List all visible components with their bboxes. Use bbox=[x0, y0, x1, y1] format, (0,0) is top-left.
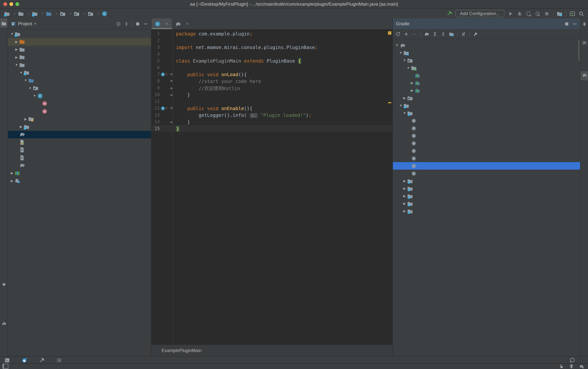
chevron-expanded-icon[interactable]: ▼ bbox=[10, 32, 15, 36]
bottom-tab-terminal[interactable] bbox=[5, 358, 12, 363]
fold-start-icon[interactable] bbox=[170, 107, 173, 109]
chevron-collapsed-icon[interactable]: ▶ bbox=[402, 186, 407, 190]
bottom-tab-luacheck[interactable] bbox=[22, 358, 29, 363]
settings-gear-icon[interactable] bbox=[135, 21, 140, 26]
editor-breadcrumb-item[interactable]: ExamplePluginMain bbox=[162, 348, 201, 353]
code-line-13[interactable]: 13 getLogger().info( s: "Plugin loaded!"… bbox=[151, 112, 392, 118]
project-panel-title[interactable]: Project bbox=[18, 21, 32, 26]
gradle-panel-title[interactable]: Gradle bbox=[396, 21, 409, 26]
fold-end-icon[interactable] bbox=[170, 94, 173, 96]
settings-gear-icon[interactable] bbox=[564, 21, 569, 26]
breadcrumb-item-example[interactable] bbox=[73, 11, 81, 16]
cloud-icon[interactable]: ? bbox=[579, 364, 584, 369]
tree-item-kotlin[interactable]: ▼ bbox=[8, 77, 151, 84]
tree-item-com-example-plugin[interactable]: ▼ bbox=[8, 84, 151, 92]
tree-item-build-gradle[interactable] bbox=[8, 131, 151, 138]
collapse-all-icon[interactable] bbox=[124, 21, 129, 26]
collapse-all-icon[interactable] bbox=[441, 31, 446, 36]
tree-item-source-sets[interactable]: ▼ bbox=[393, 49, 580, 57]
bottom-tab-build[interactable] bbox=[39, 358, 47, 363]
breadcrumb-item-kotlin[interactable] bbox=[46, 11, 53, 16]
tree-item-idea[interactable]: ▶ bbox=[8, 46, 151, 53]
tree-item-builddependents[interactable] bbox=[393, 132, 580, 139]
toolwindow-toggle-icon[interactable] bbox=[3, 364, 8, 369]
chevron-expanded-icon[interactable]: ▼ bbox=[402, 58, 407, 62]
chevron-expanded-icon[interactable]: ▼ bbox=[28, 86, 33, 90]
tree-item-onenable-void[interactable]: m bbox=[8, 100, 151, 107]
overrides-method-icon[interactable]: o↑ bbox=[161, 106, 168, 110]
coverage-icon[interactable] bbox=[526, 11, 531, 16]
tree-item-main[interactable]: ▼ bbox=[393, 57, 580, 64]
code-line-7[interactable]: 7o↑ public void onLoad(){ bbox=[151, 71, 392, 78]
tree-item-gradle-properties[interactable] bbox=[8, 138, 151, 146]
tree-item-classes[interactable] bbox=[393, 147, 580, 154]
debug-icon[interactable] bbox=[517, 11, 522, 16]
chevron-expanded-icon[interactable]: ▼ bbox=[402, 111, 407, 115]
add-configuration-button[interactable]: Add Configuration... bbox=[455, 10, 504, 17]
locate-icon[interactable] bbox=[116, 21, 121, 26]
breadcrumb-item-com[interactable] bbox=[60, 11, 67, 16]
gradle-scrollbar[interactable] bbox=[578, 40, 580, 61]
fold-end-icon[interactable] bbox=[170, 121, 173, 123]
chevron-expanded-icon[interactable]: ▼ bbox=[406, 66, 411, 70]
tree-item-external-libraries[interactable]: ▶ bbox=[8, 169, 151, 177]
chevron-expanded-icon[interactable]: ▼ bbox=[32, 94, 37, 98]
add-icon[interactable] bbox=[404, 31, 409, 36]
chevron-collapsed-icon[interactable]: ▶ bbox=[402, 179, 407, 183]
project-structure-icon[interactable] bbox=[557, 11, 562, 16]
tree-item-net-mamoe-mirai-core-jvm-0-27-0[interactable]: ▶ bbox=[393, 79, 580, 87]
tree-item-testclasses[interactable] bbox=[393, 170, 580, 177]
tree-item-myfirstplugin-aa[interactable]: ▼ bbox=[8, 30, 151, 38]
chevron-expanded-icon[interactable]: ▼ bbox=[14, 63, 19, 67]
tree-item-settings-gradle[interactable] bbox=[8, 162, 151, 169]
search-icon[interactable] bbox=[578, 11, 584, 16]
hector-icon[interactable] bbox=[569, 364, 574, 369]
tree-item-aa[interactable]: ▼ bbox=[393, 41, 580, 49]
tree-item-src[interactable]: ▼ bbox=[8, 61, 151, 69]
code-editor[interactable]: 1package com.example.plugin;23import net… bbox=[151, 29, 392, 345]
lock-icon[interactable] bbox=[559, 364, 564, 369]
run-icon[interactable] bbox=[508, 11, 513, 16]
bottom-tab-6-todo[interactable] bbox=[57, 358, 64, 363]
chevron-down-icon[interactable]: ▾ bbox=[34, 22, 36, 26]
breadcrumb-item-main[interactable] bbox=[32, 11, 40, 16]
tree-item-jar[interactable] bbox=[393, 162, 580, 170]
toolwindow-button-gradle[interactable] bbox=[580, 71, 588, 80]
tree-item-resources[interactable]: ▶ bbox=[8, 115, 151, 123]
editor-tab-examplepluginmain-java[interactable]: C× bbox=[151, 19, 172, 29]
tree-item-test[interactable]: ▶ bbox=[393, 94, 580, 102]
tree-item-help[interactable]: ▶ bbox=[393, 192, 580, 200]
chevron-expanded-icon[interactable]: ▼ bbox=[19, 71, 24, 75]
tree-item-buildneeded[interactable] bbox=[393, 139, 580, 147]
code-line-4[interactable]: 4 bbox=[151, 51, 392, 57]
toolwindow-button-ant[interactable] bbox=[580, 20, 588, 29]
code-line-12[interactable]: 12o↑ public void onEnable(){ bbox=[151, 105, 392, 112]
tree-item-gradle[interactable]: ▶ bbox=[8, 53, 151, 61]
tree-item-gradlew-bat[interactable] bbox=[8, 154, 151, 162]
tree-item-documentation[interactable]: ▶ bbox=[393, 185, 580, 192]
tree-item-other[interactable]: ▶ bbox=[393, 200, 580, 207]
toolwindow-button-database[interactable] bbox=[580, 39, 588, 48]
editor-tab-build-gradle[interactable]: × bbox=[172, 19, 192, 29]
bottom-tab-event-log[interactable] bbox=[569, 357, 578, 363]
tree-item-build[interactable]: ▼ bbox=[393, 109, 580, 117]
build-hammer-icon[interactable] bbox=[446, 11, 452, 16]
code-line-6[interactable]: 6 bbox=[151, 64, 392, 71]
tree-item-org-jetbrains-kotlin-kotlin-stdlib-jdk8-1-3-61[interactable]: ▶ bbox=[393, 87, 580, 94]
fold-end-icon[interactable] bbox=[170, 87, 173, 89]
breadcrumb-item-plugin[interactable] bbox=[87, 11, 95, 16]
chevron-collapsed-icon[interactable]: ▶ bbox=[14, 48, 19, 51]
tree-item-dependencies[interactable]: ▼ bbox=[393, 64, 580, 72]
breadcrumb-item-examplepluginmain[interactable]: C bbox=[101, 11, 109, 16]
chevron-collapsed-icon[interactable]: ▶ bbox=[14, 40, 19, 44]
fold-start-icon[interactable] bbox=[170, 80, 173, 82]
tree-item-clean[interactable] bbox=[393, 154, 580, 162]
group-tasks-icon[interactable] bbox=[449, 31, 454, 36]
overrides-method-icon[interactable]: o↑ bbox=[161, 72, 168, 76]
minimize-window-button[interactable] bbox=[10, 2, 13, 6]
code-line-14[interactable]: 14 } bbox=[151, 118, 392, 125]
tree-item-gradle[interactable]: ▶ bbox=[8, 38, 151, 46]
profiler-icon[interactable] bbox=[535, 11, 540, 16]
chevron-expanded-icon[interactable]: ▼ bbox=[23, 79, 28, 82]
chevron-collapsed-icon[interactable]: ▶ bbox=[10, 171, 15, 175]
